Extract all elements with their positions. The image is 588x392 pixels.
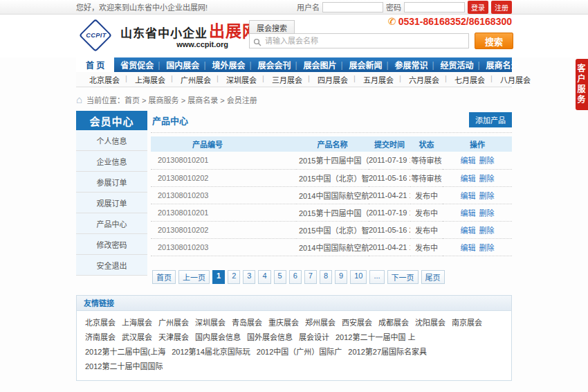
page-button[interactable]: 尾页 (421, 270, 445, 284)
sidebar-item[interactable]: 企业信息 (76, 151, 147, 172)
sidebar-item[interactable]: 参展订单 (76, 172, 147, 193)
sidebar-item[interactable]: 安全退出 (76, 255, 147, 276)
status-text: 发布中 (410, 221, 443, 238)
nav-item[interactable]: 展商名录 (479, 57, 525, 72)
friend-link[interactable]: 2012中国（广州）国际广 (257, 348, 342, 356)
friend-links-panel: 友情链接 北京展会上海展会广州展会深圳展会青岛展会重庆展会郑州展会西安展会成都展… (76, 295, 512, 381)
friend-link[interactable]: 重庆展会 (268, 319, 299, 327)
page-button[interactable]: 5 (274, 270, 286, 284)
nav-item[interactable]: 经贸活动 (434, 57, 479, 72)
sidebar-item[interactable]: 观展订单 (76, 193, 147, 213)
friend-link[interactable]: 西安展会 (342, 319, 372, 327)
page-button[interactable]: 2 (228, 270, 240, 284)
nav-item[interactable]: 首 页 (76, 57, 114, 72)
subnav-item[interactable]: 上海展会 (127, 74, 173, 85)
subnav-item[interactable]: 深圳展会 (219, 74, 264, 85)
nav-item[interactable]: 展会会刊 (251, 57, 297, 72)
friend-link[interactable]: 北京展会 (85, 319, 116, 327)
friend-link[interactable]: 青岛展会 (232, 319, 262, 327)
friend-link[interactable]: 2012第二十一届中国 上 (336, 333, 416, 341)
subnav-item[interactable]: 四月展会 (310, 74, 356, 85)
friend-link[interactable]: 2012第十二届中国(上海 (85, 348, 165, 356)
delete-link[interactable]: 删除 (479, 175, 495, 183)
nav-item[interactable]: 国内展会 (160, 57, 205, 72)
friend-link[interactable]: 天津展会 (158, 333, 189, 341)
subnav-item[interactable]: 八月展会 (493, 74, 538, 85)
friend-link[interactable]: 广州展会 (158, 319, 189, 327)
edit-link[interactable]: 编辑 (460, 192, 475, 200)
sidebar-item[interactable]: 产品中心 (76, 213, 147, 234)
friend-link[interactable]: 南京展会 (452, 319, 482, 327)
page-button[interactable]: ... (369, 270, 384, 284)
customer-service-tab[interactable]: 客户服务 (576, 59, 588, 110)
edit-link[interactable]: 编辑 (460, 175, 475, 183)
page-button[interactable]: 6 (289, 270, 302, 284)
subnav-item[interactable]: 七月展会 (447, 74, 493, 85)
register-button[interactable]: 注册 (491, 1, 512, 14)
edit-link[interactable]: 编辑 (460, 157, 475, 165)
product-table: 产品编号产品名称提交时间状态操作 201308010201 2015第十四届中国… (151, 136, 512, 256)
home-icon[interactable]: ⌂ (76, 96, 82, 103)
login-button[interactable]: 登录 (468, 1, 488, 14)
friend-link[interactable]: 国外展会信息 (247, 333, 293, 341)
table-column-header: 操作 (443, 136, 512, 152)
friend-link[interactable]: 沈阳展会 (415, 319, 445, 327)
subnav-item[interactable]: 广州展会 (173, 74, 219, 85)
topbar: 您好，欢迎来到山东省中小企业出展网! 用户名 密码 登录 注册 (0, 0, 588, 15)
sidebar-item[interactable]: 修改密码 (76, 234, 147, 255)
delete-link[interactable]: 删除 (479, 192, 495, 200)
username-label: 用户名 (297, 1, 320, 12)
subnav-item[interactable]: 三月展会 (264, 74, 310, 85)
subnav-item[interactable]: 北京展会 (82, 74, 127, 85)
page-button[interactable]: 下一页 (387, 270, 419, 284)
friend-link[interactable]: 深圳展会 (195, 319, 226, 327)
edit-link[interactable]: 编辑 (460, 209, 475, 217)
friend-link[interactable]: 上海展会 (122, 319, 152, 327)
nav-item[interactable]: 参展常识 (388, 57, 434, 72)
search-button[interactable]: 搜索 (475, 33, 513, 49)
exhibition-search-input[interactable] (250, 34, 468, 48)
delete-link[interactable]: 删除 (479, 226, 495, 235)
content-header: 产品中心 添加产品 (151, 111, 512, 133)
edit-link[interactable]: 编辑 (460, 244, 475, 252)
table-row: 201308010202 2015中国（北京）智能手机及苹果周边产品专题展 20… (151, 169, 512, 186)
friend-links-title: 友情链接 (77, 296, 511, 311)
search-tab[interactable]: 展会搜索 (249, 20, 295, 35)
username-input[interactable] (322, 2, 383, 12)
friend-link[interactable]: 国内展会信息 (195, 333, 241, 341)
page-button[interactable]: 4 (258, 270, 270, 284)
nav-item[interactable]: 境外展会 (205, 57, 251, 72)
edit-link[interactable]: 编辑 (460, 226, 475, 235)
friend-link[interactable]: 郑州展会 (305, 319, 336, 327)
delete-link[interactable]: 删除 (479, 244, 495, 252)
password-input[interactable] (404, 2, 465, 12)
page-button[interactable]: 8 (320, 270, 332, 284)
site-logo[interactable]: CCPIT 山东省中小企业 出展网 www.ccpit.org (76, 19, 259, 53)
page-button[interactable]: 10 (350, 270, 367, 284)
page-button[interactable]: 7 (304, 270, 317, 284)
add-product-button[interactable]: 添加产品 (469, 112, 512, 127)
friend-link[interactable]: 2012第二十届中国国际 (85, 362, 163, 371)
friend-link[interactable]: 济南展会 (85, 333, 116, 341)
friend-link[interactable]: 展会设计 (299, 333, 329, 341)
subnav-item[interactable]: 五月展会 (356, 74, 401, 85)
friend-link[interactable]: 2012第27届国际名家具 (348, 348, 427, 356)
nav-item[interactable]: 展会新闻 (342, 57, 388, 72)
login-area: 用户名 密码 登录 注册 (297, 1, 512, 14)
status-text: 等待审核 (410, 169, 443, 186)
page-button[interactable]: 1 (212, 270, 225, 284)
nav-item[interactable]: 省贸促会 (114, 57, 160, 72)
page-button[interactable]: 3 (243, 270, 255, 284)
nav-item[interactable]: 展会图片 (297, 57, 342, 72)
delete-link[interactable]: 删除 (479, 209, 495, 217)
friend-link[interactable]: 武汉展会 (122, 333, 152, 341)
page-button[interactable]: 首页 (152, 270, 176, 284)
sidebar-item[interactable]: 个人信息 (76, 130, 147, 151)
page-button[interactable]: 9 (335, 270, 347, 284)
friend-link[interactable]: 成都展会 (378, 319, 409, 327)
subnav-item[interactable]: 六月展会 (401, 74, 447, 85)
page-button[interactable]: 上一页 (178, 270, 210, 284)
friend-link[interactable]: 2012第14届北京国际玩 (172, 348, 250, 356)
delete-link[interactable]: 删除 (479, 157, 495, 165)
table-row: 201308010202 2015中国（北京）智能手机及苹果周边产品专题展 20… (151, 221, 512, 238)
